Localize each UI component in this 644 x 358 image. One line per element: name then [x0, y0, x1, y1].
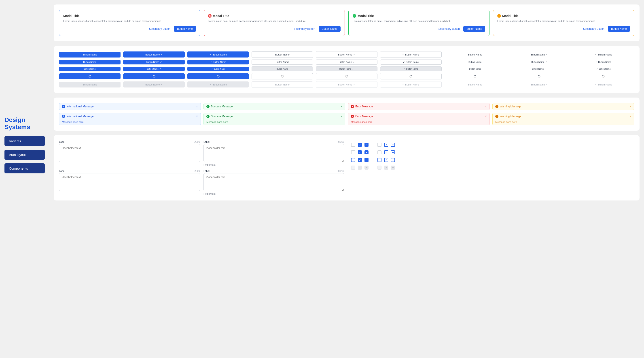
warning-badge-icon: ! [495, 105, 498, 108]
cb-outline-disabled-indeterminate-1: − [391, 166, 395, 170]
btn-ghost-2[interactable]: Button Name [444, 60, 506, 65]
modal-primary-btn-success[interactable]: Button Name [463, 26, 485, 32]
btn-outline-3[interactable]: Button Name [252, 67, 313, 71]
alert-info-exp-close[interactable]: × [196, 115, 198, 118]
btn-disabled-ghost-check-1: Button Name ✓ [508, 82, 570, 88]
cb-outline-unchecked-2[interactable] [378, 150, 382, 154]
btn-ghost-1[interactable]: Button Name [444, 52, 506, 58]
alert-success-close[interactable]: × [340, 105, 342, 108]
btn-filled-check-left-1[interactable]: ✓ Button Name [188, 52, 249, 58]
modal-secondary-btn-error[interactable]: Secondary Button [292, 27, 317, 31]
btn-filled-1[interactable]: Button Name [59, 52, 120, 58]
cb-checked-3[interactable]: ✓ [358, 158, 362, 162]
alert-warning-label: Warning Message [500, 105, 521, 108]
cb-indeterminate-1[interactable]: − [364, 143, 368, 147]
form-textarea-2[interactable] [204, 144, 344, 162]
btn-filled-check-2[interactable]: Button Name ✓ [123, 60, 185, 65]
cb-checked-2[interactable]: ✓ [358, 150, 362, 154]
btn-filled-check-left-2[interactable]: ✓ Button Name [188, 60, 249, 65]
components-button[interactable]: Components [4, 163, 45, 173]
modal-secondary-btn-warning[interactable]: Secondary Button [582, 27, 606, 31]
cb-outline-indeterminate-1[interactable]: − [391, 143, 395, 147]
cb-indeterminate-3[interactable]: − [364, 158, 368, 162]
modal-card-default: Modal Title Lorem ipsum dolor sit amet, … [59, 10, 200, 36]
cb-indeterminate-2[interactable]: − [364, 150, 368, 154]
cb-checked-1[interactable]: ✓ [358, 143, 362, 147]
cb-outline-checked-3[interactable]: ✓ [384, 158, 388, 162]
btn-ghost-check-1[interactable]: Button Name ✓ [508, 52, 570, 58]
alert-success-expanded: ✓ Success Message × Message goes here [204, 113, 345, 125]
btn-disabled-ghost-check-left-1: ✓ Button Name [573, 82, 634, 88]
error-icon: ✕ [208, 14, 212, 18]
checkbox-row-disabled: ✓ − [351, 166, 368, 170]
btn-loading-ghost-3 [573, 73, 634, 79]
btn-ghost-check-left-2[interactable]: ✓ Button Name [573, 60, 634, 65]
form-textarea-4[interactable] [204, 173, 344, 191]
btn-filled-check-left-3[interactable]: ✓ Button Name [188, 67, 249, 71]
error-badge-icon: ✕ [351, 105, 354, 108]
cb-unchecked-2[interactable] [351, 150, 355, 154]
btn-outline-check-left-1[interactable]: ✓ Button Name [380, 51, 442, 58]
btn-filled-2[interactable]: Button Name [59, 60, 120, 65]
modal-primary-btn-default[interactable]: Button Name [174, 26, 196, 32]
cb-unchecked-1[interactable] [351, 143, 355, 147]
cb-outline-indeterminate-3[interactable]: − [391, 158, 395, 162]
modal-card-error: ✕ Modal Title Lorem ipsum dolor sit amet… [204, 10, 345, 36]
alert-warning-close[interactable]: × [630, 105, 631, 108]
auto-layout-button[interactable]: Auto layout [4, 150, 45, 160]
form-helper-2: Helper text [204, 163, 344, 166]
btn-loading-filled-1 [59, 73, 120, 79]
btn-outline-check-1[interactable]: Button Name ✓ [316, 51, 377, 58]
form-textareas: Label 0/200 Label 0/200 Helper text [59, 141, 344, 195]
form-textarea-3[interactable] [59, 173, 200, 191]
cb-outline-unchecked-1[interactable] [378, 143, 382, 147]
modal-secondary-btn-success[interactable]: Secondary Button [437, 27, 462, 31]
modal-body-success: Lorem ipsum dolor sit amet, consectetur … [353, 20, 485, 23]
modal-card-header-success: ✓ Modal Title [353, 14, 485, 18]
modal-card-header-default: Modal Title [63, 14, 196, 18]
btn-outline-check-left-2[interactable]: ✓ Button Name [380, 60, 442, 65]
checkbox-outline-row-2: ✓ − [378, 150, 395, 154]
form-textarea-1[interactable] [59, 144, 200, 162]
alert-success-exp-body: Message goes here [204, 120, 345, 125]
modal-footer-success: Secondary Button Button Name [353, 26, 485, 32]
btn-outline-check-left-3[interactable]: ✓ Button Name [380, 67, 442, 71]
btn-filled-check-3[interactable]: Button Name ✓ [123, 67, 185, 71]
cb-outline-disabled-1 [378, 166, 382, 170]
alert-error-close[interactable]: × [485, 105, 487, 108]
btn-filled-check-1[interactable]: Button Name ✓ [123, 52, 185, 58]
form-count-2: 0/200 [338, 141, 344, 143]
form-count-4: 0/200 [338, 170, 344, 172]
btn-outline-check-2[interactable]: Button Name ✓ [316, 60, 377, 65]
modal-primary-btn-error[interactable]: Button Name [319, 26, 340, 32]
modal-cards-section: Modal Title Lorem ipsum dolor sit amet, … [54, 5, 640, 41]
cb-outline-checked-1[interactable]: ✓ [384, 143, 388, 147]
btn-ghost-check-2[interactable]: Button Name ✓ [508, 60, 570, 65]
checkbox-outline-row-disabled: ✓ − [378, 166, 395, 170]
alert-warning-exp-close[interactable]: × [630, 115, 631, 118]
btn-ghost-check-left-1[interactable]: ✓ Button Name [573, 52, 634, 58]
alert-success-exp-close[interactable]: × [340, 115, 342, 118]
alert-error-label: Error Message [355, 105, 373, 108]
cb-outline-checked-2[interactable]: ✓ [384, 150, 388, 154]
cb-outline-unchecked-3[interactable] [378, 158, 382, 162]
form-count-3: 0/200 [194, 170, 200, 172]
modal-primary-btn-warning[interactable]: Button Name [608, 26, 630, 32]
btn-outline-1[interactable]: Button Name [252, 52, 313, 58]
btn-disabled-ghost-1: Button Name [444, 82, 506, 88]
btn-ghost-check-left-3[interactable]: ✓ Button Name [573, 67, 634, 71]
form-group-2: Label 0/200 Helper text [204, 141, 344, 166]
btn-ghost-check-3[interactable]: Button Name ✓ [508, 67, 570, 71]
btn-outline-2[interactable]: Button Name [252, 60, 313, 65]
btn-ghost-3[interactable]: Button Name [444, 67, 506, 71]
btn-disabled-outline-1: Button Name [252, 82, 313, 88]
alert-error-exp-close[interactable]: × [485, 115, 487, 118]
cb-unchecked-3[interactable] [351, 158, 355, 162]
btn-filled-3[interactable]: Button Name [59, 67, 120, 71]
sidebar: Design Systems Variants Auto layout Comp… [0, 0, 49, 358]
cb-outline-indeterminate-2[interactable]: − [391, 150, 395, 154]
modal-secondary-btn-default[interactable]: Secondary Button [147, 27, 172, 31]
alert-info-close[interactable]: × [196, 105, 198, 108]
variants-button[interactable]: Variants [4, 136, 45, 146]
btn-outline-check-3[interactable]: Button Name ✓ [316, 67, 377, 71]
